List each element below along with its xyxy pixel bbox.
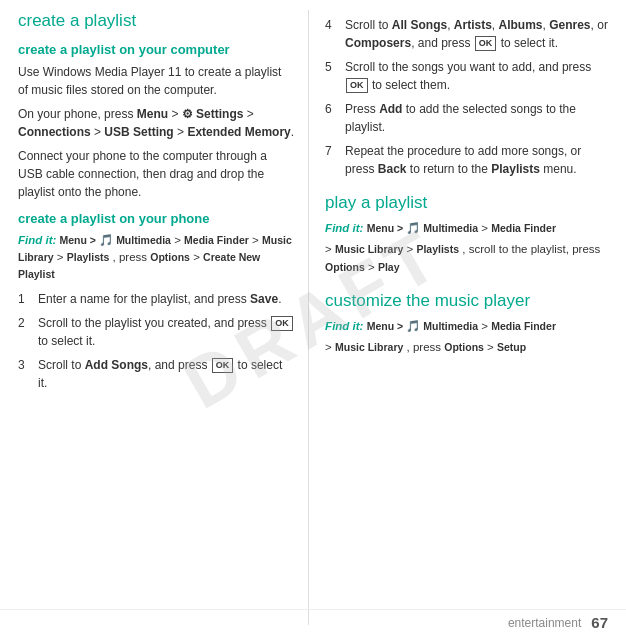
play-section-title: play a playlist xyxy=(325,192,608,214)
phone-find-it: Find it: Menu > 🎵 Multimedia > Media Fin… xyxy=(18,232,294,284)
find-it-label: Find it: xyxy=(18,234,56,246)
footer-page-number: 67 xyxy=(591,614,608,631)
customize-find-it-2: > Music Library , press Options > Setup xyxy=(325,339,608,356)
list-item: 2 Scroll to the playlist you created, an… xyxy=(18,314,294,350)
main-title: create a playlist xyxy=(18,10,294,32)
list-item: 7 Repeat the procedure to add more songs… xyxy=(325,142,608,178)
footer-bar: entertainment 67 xyxy=(0,609,626,635)
list-item: 4 Scroll to All Songs, Artists, Albums, … xyxy=(325,16,608,52)
computer-section-title: create a playlist on your computer xyxy=(18,42,294,59)
customize-section-title: customize the music player xyxy=(325,290,608,312)
computer-body2: On your phone, press Menu > ⚙ Settings >… xyxy=(18,105,294,141)
right-column: 4 Scroll to All Songs, Artists, Albums, … xyxy=(309,10,608,625)
computer-body1: Use Windows Media Player 11 to create a … xyxy=(18,63,294,99)
customize-find-it: Find it: Menu > 🎵 Multimedia > Media Fin… xyxy=(325,318,608,335)
footer-section-label: entertainment xyxy=(508,616,581,630)
phone-steps: 1 Enter a name for the playlist, and pre… xyxy=(18,290,294,392)
play-find-it: Find it: Menu > 🎵 Multimedia > Media Fin… xyxy=(325,220,608,237)
play-find-it-2: > Music Library > Playlists , scroll to … xyxy=(325,241,608,276)
phone-section-title: create a playlist on your phone xyxy=(18,211,294,228)
list-item: 3 Scroll to Add Songs, and press OK to s… xyxy=(18,356,294,392)
left-column: create a playlist create a playlist on y… xyxy=(18,10,309,625)
list-item: 6 Press Add to add the selected songs to… xyxy=(325,100,608,136)
computer-body3: Connect your phone to the computer throu… xyxy=(18,147,294,201)
right-steps: 4 Scroll to All Songs, Artists, Albums, … xyxy=(325,16,608,178)
page-container: create a playlist create a playlist on y… xyxy=(0,0,626,635)
list-item: 1 Enter a name for the playlist, and pre… xyxy=(18,290,294,308)
list-item: 5 Scroll to the songs you want to add, a… xyxy=(325,58,608,94)
